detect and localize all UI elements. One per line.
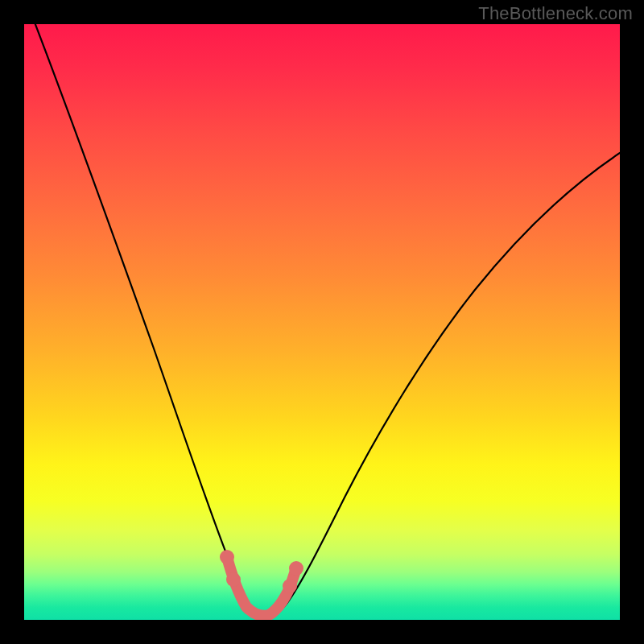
highlight-dot-right-upper bbox=[289, 561, 303, 576]
highlight-dot-right-lower bbox=[283, 579, 297, 593]
watermark-text: TheBottleneck.com bbox=[478, 3, 633, 24]
curve-svg bbox=[24, 24, 620, 620]
bottleneck-curve bbox=[32, 24, 620, 616]
chart-frame: TheBottleneck.com bbox=[0, 0, 644, 644]
highlight-dot-left-lower bbox=[226, 572, 241, 587]
highlight-dot-left-upper bbox=[220, 550, 234, 564]
plot-area bbox=[24, 24, 620, 620]
